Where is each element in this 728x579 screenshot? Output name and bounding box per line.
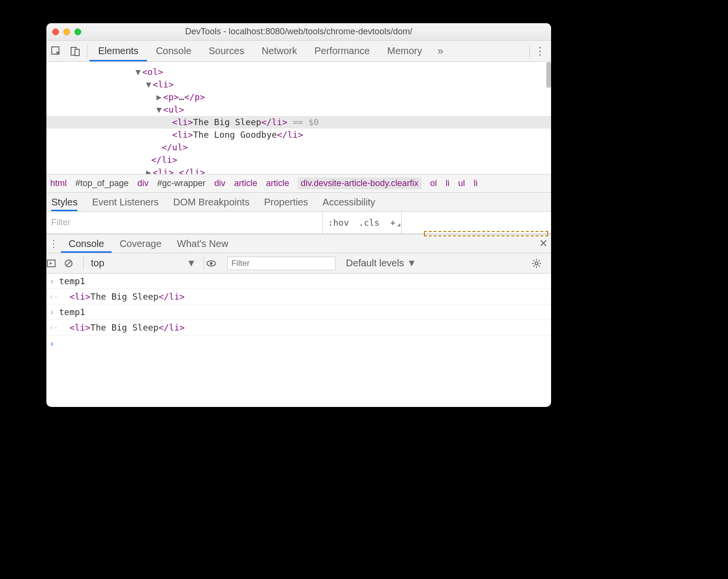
- svg-point-7: [210, 262, 213, 265]
- tab-console[interactable]: Console: [147, 41, 200, 61]
- device-toolbar-button[interactable]: [66, 41, 85, 62]
- crumb[interactable]: ol: [430, 178, 437, 188]
- crumb[interactable]: html: [50, 178, 67, 188]
- svg-line-15: [534, 265, 535, 266]
- console-text: temp1: [59, 307, 85, 317]
- tabs-overflow-button[interactable]: »: [431, 45, 450, 58]
- tab-memory[interactable]: Memory: [379, 41, 431, 61]
- console-body: › temp1 ‹· <li>The Big Sleep</li> › temp…: [46, 274, 551, 351]
- subtab-accessibility[interactable]: Accessibility: [322, 193, 375, 211]
- main-toolbar: Elements Console Sources Network Perform…: [46, 41, 551, 62]
- inspect-element-button[interactable]: [46, 41, 66, 62]
- crumb[interactable]: div: [214, 178, 225, 188]
- crumb[interactable]: ul: [458, 178, 465, 188]
- styles-metrics-pane: [401, 212, 551, 233]
- drawer-tab-console[interactable]: Console: [61, 234, 112, 253]
- crumb[interactable]: article: [266, 178, 289, 188]
- styles-filter-input[interactable]: [46, 212, 323, 233]
- dom-node-ul[interactable]: ▼<ul>: [46, 103, 551, 116]
- console-text: <li>The Big Sleep</li>: [59, 291, 185, 302]
- elements-breadcrumb: html #top_of_page div #gc-wrapper div ar…: [46, 174, 551, 192]
- svg-line-14: [539, 265, 540, 266]
- crumb[interactable]: li: [446, 178, 450, 188]
- dom-node-ul-close[interactable]: </ul>: [46, 141, 551, 154]
- subtab-dom-breakpoints[interactable]: DOM Breakpoints: [173, 193, 249, 211]
- subtab-event-listeners[interactable]: Event Listeners: [92, 193, 159, 211]
- new-style-rule-button[interactable]: +◢: [384, 217, 401, 228]
- console-filter-input[interactable]: [227, 257, 335, 270]
- cls-button[interactable]: .cls: [354, 217, 384, 228]
- elements-panel: ••• ▼<ol> ▼<li> ▶<p>…</p> ▼<ul> <li>The …: [46, 62, 551, 174]
- dom-tree[interactable]: ▼<ol> ▼<li> ▶<p>…</p> ▼<ul> <li>The Big …: [46, 62, 551, 174]
- dom-node-p[interactable]: ▶<p>…</p>: [46, 91, 551, 103]
- separator: [83, 257, 84, 270]
- svg-rect-2: [75, 49, 79, 56]
- separator: [87, 44, 87, 58]
- clear-console-button[interactable]: [64, 259, 81, 268]
- crumb-highlighted[interactable]: div.devsite-article-body.clearfix: [298, 177, 421, 189]
- sidebar-subtabs: Styles Event Listeners DOM Breakpoints P…: [46, 192, 551, 212]
- crumb[interactable]: li: [474, 178, 478, 188]
- drawer-menu-button[interactable]: ⋮: [46, 238, 61, 249]
- crumb[interactable]: div: [137, 178, 148, 188]
- live-expression-button[interactable]: [206, 258, 223, 269]
- separator: [529, 44, 530, 58]
- dom-node-li[interactable]: ▼<li>: [46, 78, 551, 91]
- tab-sources[interactable]: Sources: [200, 41, 253, 61]
- chevron-right-icon: ›: [49, 307, 59, 317]
- svg-line-16: [539, 260, 540, 261]
- tab-performance[interactable]: Performance: [306, 41, 379, 61]
- settings-menu-button[interactable]: ⋮: [532, 45, 548, 58]
- drawer-tabs: ⋮ Console Coverage What's New ✕: [46, 234, 551, 253]
- svg-line-13: [534, 260, 535, 261]
- chevron-right-icon: ›: [49, 276, 59, 286]
- chevron-left-icon: ‹·: [49, 323, 59, 332]
- separator: [204, 257, 204, 270]
- subtab-properties[interactable]: Properties: [264, 193, 308, 211]
- console-sidebar-toggle[interactable]: [46, 259, 64, 268]
- svg-line-5: [66, 261, 71, 266]
- styles-toolbar: :hov .cls +◢: [46, 212, 551, 234]
- hov-button[interactable]: :hov: [323, 217, 353, 228]
- console-input-row[interactable]: › temp1: [46, 304, 551, 320]
- tab-network[interactable]: Network: [253, 41, 306, 61]
- crumb[interactable]: article: [234, 178, 257, 188]
- console-prompt-row[interactable]: ›: [46, 335, 551, 351]
- devtools-window: DevTools - localhost:8080/web/tools/chro…: [46, 23, 551, 407]
- dom-node-li-2[interactable]: <li>The Long Goodbye</li>: [46, 129, 551, 141]
- console-input-row[interactable]: › temp1: [46, 274, 551, 289]
- drawer-close-button[interactable]: ✕: [536, 237, 551, 250]
- console-text: temp1: [59, 276, 85, 286]
- tab-elements[interactable]: Elements: [89, 41, 147, 61]
- console-text: <li>The Big Sleep</li>: [59, 322, 185, 333]
- svg-point-8: [535, 262, 538, 265]
- dom-node-selected[interactable]: <li>The Big Sleep</li> == $0: [46, 116, 551, 129]
- crumb[interactable]: #top_of_page: [75, 178, 129, 188]
- subtab-styles[interactable]: Styles: [51, 193, 77, 211]
- console-toolbar: top▼ Default levels▼: [46, 253, 551, 274]
- chevron-right-icon: ›: [49, 338, 59, 348]
- drawer-tab-whats-new[interactable]: What's New: [169, 234, 236, 253]
- main-tabs: Elements Console Sources Network Perform…: [89, 41, 527, 61]
- box-model-margin-outline: [424, 231, 548, 236]
- titlebar: DevTools - localhost:8080/web/tools/chro…: [46, 23, 551, 41]
- window-title: DevTools - localhost:8080/web/tools/chro…: [46, 27, 551, 37]
- dom-node-ol[interactable]: ▼<ol>: [46, 66, 551, 78]
- dom-node-li-collapsed[interactable]: ▶<li>…</li>: [46, 166, 551, 174]
- chevron-left-icon: ‹·: [49, 292, 59, 301]
- console-settings-button[interactable]: [532, 259, 551, 268]
- console-output-row[interactable]: ‹· <li>The Big Sleep</li>: [46, 320, 551, 335]
- context-selector[interactable]: top▼: [87, 257, 200, 269]
- dom-node-li-close[interactable]: </li>: [46, 154, 551, 166]
- log-levels-selector[interactable]: Default levels▼: [346, 258, 417, 269]
- console-output-row[interactable]: ‹· <li>The Big Sleep</li>: [46, 289, 551, 304]
- crumb[interactable]: #gc-wrapper: [157, 178, 205, 188]
- drawer-tab-coverage[interactable]: Coverage: [112, 234, 169, 253]
